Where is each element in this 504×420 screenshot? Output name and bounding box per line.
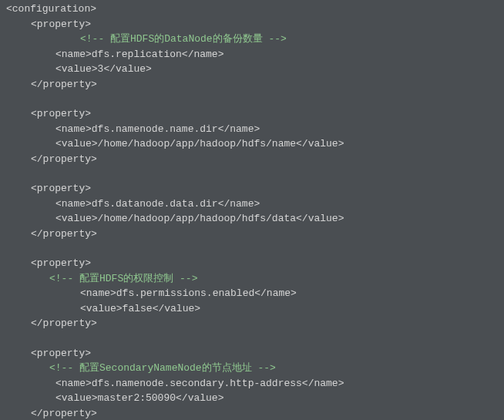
code-line-prop-close: </property> bbox=[6, 406, 498, 421]
tag-name-open: <name> bbox=[55, 378, 92, 389]
tag-value-open: <value> bbox=[55, 138, 98, 150]
code-line-value: <value>/home/hadoop/app/hadoop/hdfs/data… bbox=[6, 211, 498, 227]
tag-name-open: <name> bbox=[55, 49, 92, 60]
code-line-prop-close: </property> bbox=[6, 316, 498, 331]
comment-open: <!-- bbox=[49, 273, 79, 284]
comment-close: --> bbox=[263, 33, 287, 45]
name-text: dfs.namenode.name.dir bbox=[92, 123, 218, 135]
tag-name-close: </name> bbox=[218, 198, 260, 210]
code-line-prop-open: <property> bbox=[6, 256, 498, 271]
tag-value-close: </value> bbox=[153, 303, 200, 314]
value-text: master2:50090 bbox=[98, 392, 176, 404]
name-text: dfs.permissions.enabled bbox=[116, 287, 254, 299]
code-line-comment: <!-- 配置SecondaryNameNode的节点地址 --> bbox=[6, 361, 498, 376]
tag-property-close: </property> bbox=[31, 318, 97, 329]
tag-name-close: </name> bbox=[218, 123, 260, 135]
value-text: false bbox=[123, 303, 153, 314]
code-line-name: <name>dfs.replication</name> bbox=[6, 47, 498, 62]
tag-property-close: </property> bbox=[31, 408, 97, 419]
code-line-name: <name>dfs.namenode.secondary.http-addres… bbox=[6, 376, 498, 391]
code-line-prop-open: <property> bbox=[6, 106, 498, 122]
comment-close: --> bbox=[173, 273, 197, 284]
code-line-prop-open: <property> bbox=[6, 346, 498, 361]
tag-name-open: <name> bbox=[80, 287, 116, 299]
tag-name-close: </name> bbox=[182, 49, 224, 60]
blank-line bbox=[6, 241, 498, 256]
tag-value-open: <value> bbox=[55, 392, 98, 404]
code-line-name: <name>dfs.datanode.data.dir</name> bbox=[6, 197, 498, 212]
tag-property-close: </property> bbox=[31, 153, 97, 165]
code-line-prop-close: </property> bbox=[6, 227, 498, 242]
comment-close: --> bbox=[252, 362, 276, 374]
value-text: /home/hadoop/app/hadoop/hdfs/name bbox=[98, 138, 296, 150]
code-line-value: <value>master2:50090</value> bbox=[6, 391, 498, 406]
name-text: dfs.replication bbox=[92, 49, 182, 60]
tag-property-open: <property> bbox=[31, 183, 91, 194]
comment-text: 配置HDFS的DataNode的备份数量 bbox=[110, 33, 263, 45]
tag-property-open: <property> bbox=[31, 257, 91, 269]
code-line-comment: <!-- 配置HDFS的权限控制 --> bbox=[6, 271, 498, 287]
value-text: /home/hadoop/app/hadoop/hdfs/data bbox=[98, 213, 296, 224]
comment-text: 配置HDFS的权限控制 bbox=[79, 273, 173, 284]
code-line-value: <value>3</value> bbox=[6, 62, 498, 77]
code-line-value: <value>false</value> bbox=[6, 301, 498, 317]
tag-property-close: </property> bbox=[31, 228, 97, 240]
tag-value-close: </value> bbox=[103, 63, 151, 75]
name-text: dfs.datanode.data.dir bbox=[92, 198, 218, 210]
tag-property-open: <property> bbox=[31, 18, 91, 30]
tag-name-open: <name> bbox=[55, 123, 92, 135]
code-line-name: <name>dfs.namenode.name.dir</name> bbox=[6, 122, 498, 137]
tag-value-open: <value> bbox=[55, 213, 98, 224]
code-line-value: <value>/home/hadoop/app/hadoop/hdfs/name… bbox=[6, 136, 498, 152]
code-line-prop-close: </property> bbox=[6, 152, 498, 167]
tag-value-close: </value> bbox=[296, 213, 344, 224]
blank-line bbox=[6, 166, 498, 181]
blank-line bbox=[6, 92, 498, 106]
code-line-prop-open: <property> bbox=[6, 17, 498, 32]
blank-line bbox=[6, 331, 498, 346]
tag-property-close: </property> bbox=[31, 79, 97, 90]
code-line-name: <name>dfs.permissions.enabled</name> bbox=[6, 286, 498, 301]
comment-text: 配置SecondaryNameNode的节点地址 bbox=[79, 362, 252, 374]
tag-value-open: <value> bbox=[80, 303, 123, 314]
tag-value-open: <value> bbox=[55, 63, 98, 75]
tag-name-open: <name> bbox=[55, 198, 92, 210]
tag-property-open: <property> bbox=[31, 108, 91, 119]
tag-name-close: </name> bbox=[254, 287, 297, 299]
tag-value-close: </value> bbox=[296, 138, 344, 150]
tag-configuration-open: <configuration> bbox=[6, 3, 96, 15]
tag-name-close: </name> bbox=[302, 378, 344, 389]
code-line-comment: <!-- 配置HDFS的DataNode的备份数量 --> bbox=[6, 32, 498, 47]
comment-open: <!-- bbox=[80, 33, 110, 45]
tag-value-close: </value> bbox=[176, 392, 223, 404]
code-line-config-open: <configuration> bbox=[6, 2, 498, 17]
comment-open: <!-- bbox=[49, 362, 79, 374]
code-line-prop-open: <property> bbox=[6, 181, 498, 197]
tag-property-open: <property> bbox=[31, 348, 91, 359]
code-line-prop-close: </property> bbox=[6, 77, 498, 92]
name-text: dfs.namenode.secondary.http-address bbox=[92, 378, 302, 389]
